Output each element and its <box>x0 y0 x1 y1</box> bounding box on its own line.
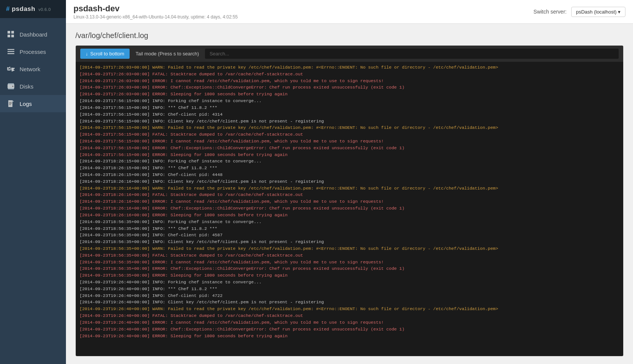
log-line: [2014-09-23T18:56:35+00:00] WARN: Failed… <box>80 245 619 252</box>
log-line: [2014-09-23T19:26:40+00:00] INFO: Chef-c… <box>80 292 619 299</box>
svg-rect-6 <box>8 53 14 54</box>
log-line: [2014-09-23T18:56:35+00:00] INFO: Chef-c… <box>80 232 619 239</box>
log-line: [2014-09-23T19:26:40+00:00] ERROR: Chef:… <box>80 326 619 333</box>
content-area: /var/log/chef/client.log ↓ Scroll to bot… <box>66 24 633 364</box>
log-line: [2014-09-23T18:26:16+00:00] INFO: Client… <box>80 178 619 185</box>
svg-rect-13 <box>8 88 14 89</box>
log-line: [2014-09-23T18:26:16+00:00] FATAL: Stack… <box>80 191 619 198</box>
disk-icon <box>7 82 15 90</box>
log-toolbar: ↓ Scroll to bottom Tail mode (Press s to… <box>76 46 623 62</box>
log-line: [2014-09-23T18:26:15+00:00] INFO: *** Ch… <box>80 165 619 171</box>
arrows-icon <box>7 65 15 73</box>
log-line: [2014-09-23T17:56:15+00:00] ERROR: I can… <box>80 138 619 145</box>
server-name: psdash-dev <box>73 4 238 14</box>
switch-server-button[interactable]: psDash (localhost) ▾ <box>571 7 625 17</box>
log-line: [2014-09-23T18:26:16+00:00] WARN: Failed… <box>80 185 619 192</box>
log-line: [2014-09-23T17:56:15+00:00] INFO: Forkin… <box>80 98 619 104</box>
app-version: v0.6.0 <box>38 7 51 12</box>
log-line: [2014-09-23T17:26:03+00:00] ERROR: Sleep… <box>80 91 619 98</box>
tail-mode-label: Tail mode (Press s to search) <box>136 51 199 57</box>
log-line: [2014-09-23T19:26:40+00:00] ERROR: Sleep… <box>80 333 619 340</box>
sidebar-label-processes: Processes <box>20 49 46 55</box>
log-line: [2014-09-23T19:26:40+00:00] INFO: Forkin… <box>80 279 619 286</box>
scroll-to-bottom-button[interactable]: ↓ Scroll to bottom <box>80 49 130 59</box>
hash-symbol: # <box>6 5 12 12</box>
log-line: [2014-09-23T18:26:15+00:00] INFO: Chef-c… <box>80 171 619 178</box>
log-line: [2014-09-23T19:26:40+00:00] INFO: *** Ch… <box>80 286 619 292</box>
log-line: [2014-09-23T19:26:40+00:00] FATAL: Stack… <box>80 312 619 319</box>
sidebar-item-logs[interactable]: Logs <box>0 95 66 112</box>
doc-icon <box>7 99 15 108</box>
svg-marker-16 <box>12 100 14 102</box>
sidebar-label-logs: Logs <box>20 101 32 107</box>
grid-icon <box>7 30 15 38</box>
log-line: [2014-09-23T18:26:15+00:00] INFO: Forkin… <box>80 158 619 165</box>
sidebar-nav: Dashboard Processes Network <box>0 26 66 112</box>
sidebar-item-processes[interactable]: Processes <box>0 43 66 60</box>
log-line: [2014-09-23T18:26:16+00:00] ERROR: Sleep… <box>80 212 619 219</box>
sidebar-item-network[interactable]: Network <box>0 60 66 78</box>
log-line: [2014-09-23T18:56:35+00:00] INFO: *** Ch… <box>80 225 619 232</box>
log-line: [2014-09-23T18:56:35+00:00] INFO: Forkin… <box>80 219 619 225</box>
svg-rect-0 <box>8 31 10 34</box>
top-bar: psdash-dev Linux-3.13.0-34-generic-x86_6… <box>66 0 633 24</box>
page-title: /var/log/chef/client.log <box>75 31 624 40</box>
log-line: [2014-09-23T18:56:35+00:00] ERROR: Chef:… <box>80 265 619 272</box>
log-line: [2014-09-23T17:26:03+00:00] ERROR: Chef:… <box>80 84 619 91</box>
log-line: [2014-09-23T17:56:15+00:00] INFO: Chef-c… <box>80 111 619 118</box>
server-details: Linux-3.13.0-34-generic-x86_64-with-Ubun… <box>73 14 238 20</box>
sidebar-label-dashboard: Dashboard <box>20 31 47 38</box>
log-search-input[interactable] <box>205 49 619 59</box>
svg-rect-4 <box>8 49 14 50</box>
svg-point-14 <box>12 86 14 87</box>
log-content-area[interactable]: [2014-09-23T17:26:03+00:00] WARN: Failed… <box>76 62 623 356</box>
scroll-btn-label: Scroll to bottom <box>90 51 124 57</box>
log-line: [2014-09-23T18:26:16+00:00] ERROR: Chef:… <box>80 205 619 212</box>
log-line: [2014-09-23T18:56:35+00:00] INFO: Client… <box>80 239 619 245</box>
app-logo: # # psdashpsdash v0.6.0 <box>0 0 66 18</box>
log-line: [2014-09-23T17:56:15+00:00] INFO: Client… <box>80 118 619 125</box>
main-area: psdash-dev Linux-3.13.0-34-generic-x86_6… <box>66 0 633 364</box>
sidebar-label-network: Network <box>20 66 40 72</box>
log-line: [2014-09-23T19:26:40+00:00] WARN: Failed… <box>80 306 619 312</box>
server-info-block: psdash-dev Linux-3.13.0-34-generic-x86_6… <box>73 4 238 20</box>
log-line: [2014-09-23T17:26:03+00:00] WARN: Failed… <box>80 64 619 71</box>
svg-rect-19 <box>9 104 11 105</box>
sidebar: # # psdashpsdash v0.6.0 Dashboard Proces… <box>0 0 66 364</box>
log-line: [2014-09-23T17:56:15+00:00] ERROR: Sleep… <box>80 151 619 158</box>
log-line: [2014-09-23T17:56:15+00:00] FATAL: Stack… <box>80 131 619 138</box>
log-line: [2014-09-23T18:56:35+00:00] ERROR: Sleep… <box>80 272 619 279</box>
sidebar-item-dashboard[interactable]: Dashboard <box>0 26 66 43</box>
log-line: [2014-09-23T17:26:03+00:00] ERROR: I can… <box>80 78 619 84</box>
svg-rect-3 <box>11 35 14 37</box>
log-line: [2014-09-23T17:56:15+00:00] ERROR: Chef:… <box>80 145 619 151</box>
log-viewer: ↓ Scroll to bottom Tail mode (Press s to… <box>75 45 624 356</box>
svg-rect-17 <box>9 102 12 103</box>
top-bar-right: Switch server: psDash (localhost) ▾ <box>534 7 625 17</box>
svg-rect-12 <box>8 83 14 84</box>
sidebar-item-disks[interactable]: Disks <box>0 78 66 95</box>
log-line: [2014-09-23T17:56:15+00:00] WARN: Failed… <box>80 124 619 131</box>
log-line: [2014-09-23T17:56:15+00:00] INFO: *** Ch… <box>80 104 619 111</box>
svg-rect-2 <box>8 35 10 37</box>
log-line: [2014-09-23T17:26:03+00:00] FATAL: Stack… <box>80 71 619 78</box>
list-icon <box>7 47 15 56</box>
svg-rect-18 <box>9 103 12 104</box>
svg-rect-1 <box>11 31 14 34</box>
switch-server-value: psDash (localhost) ▾ <box>576 9 621 15</box>
log-line: [2014-09-23T19:26:40+00:00] INFO: Client… <box>80 299 619 306</box>
log-line: [2014-09-23T18:26:16+00:00] ERROR: I can… <box>80 198 619 205</box>
log-line: [2014-09-23T18:56:35+00:00] ERROR: I can… <box>80 259 619 266</box>
svg-rect-5 <box>8 51 14 52</box>
arrow-down-icon: ↓ <box>86 51 88 57</box>
log-line: [2014-09-23T18:56:35+00:00] FATAL: Stack… <box>80 252 619 259</box>
svg-marker-10 <box>12 67 15 70</box>
switch-server-label: Switch server: <box>534 9 567 15</box>
log-line: [2014-09-23T19:26:40+00:00] ERROR: I can… <box>80 319 619 326</box>
sidebar-label-disks: Disks <box>20 83 34 90</box>
